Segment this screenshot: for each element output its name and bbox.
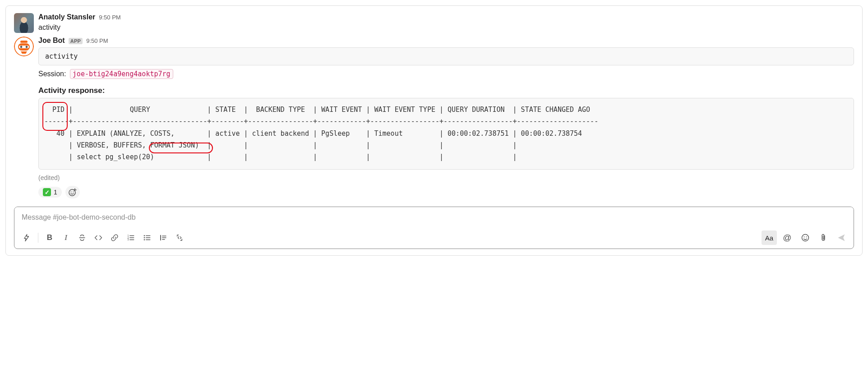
lightning-icon [23, 234, 31, 242]
session-label: Session: [38, 70, 66, 78]
code-block-button[interactable] [172, 230, 187, 245]
emoji-button[interactable] [798, 230, 813, 245]
author-name[interactable]: Anatoly Stansler [38, 13, 95, 21]
formatting-toggle-button[interactable]: Aa [762, 230, 777, 245]
svg-rect-5 [20, 41, 28, 43]
code-block-icon [175, 234, 184, 242]
code-icon [94, 234, 103, 242]
add-reaction-button[interactable] [65, 186, 80, 198]
svg-point-14 [144, 239, 145, 240]
smile-icon [801, 233, 810, 242]
shortcuts-button[interactable] [19, 230, 34, 245]
blockquote-icon [159, 234, 167, 242]
svg-point-8 [73, 192, 74, 193]
ordered-list-icon: 123 [127, 234, 135, 242]
reaction-count: 1 [54, 189, 57, 196]
svg-point-4 [26, 46, 28, 48]
svg-point-12 [144, 235, 145, 236]
code-button[interactable] [91, 230, 106, 245]
reaction-check[interactable]: ✓ 1 [38, 187, 62, 198]
toolbar-separator [38, 233, 38, 243]
avatar-bot[interactable] [14, 37, 34, 56]
session-token[interactable]: joe-btig24a9eng4aoktp7rg [70, 69, 173, 79]
code-block-activity: activity [38, 47, 854, 65]
message-user: Anatoly Stansler 9:50 PM activity [14, 13, 854, 33]
bullet-list-button[interactable] [139, 230, 155, 245]
link-button[interactable] [107, 230, 122, 245]
session-row: Session: joe-btig24a9eng4aoktp7rg [38, 70, 854, 78]
svg-point-15 [802, 235, 809, 241]
svg-text:3: 3 [128, 238, 129, 241]
activity-table: PID | QUERY | STATE | BACKEND TYPE | WAI… [38, 98, 854, 170]
bot-icon [14, 37, 34, 56]
ordered-list-button[interactable]: 123 [123, 230, 139, 245]
message-text: activity [38, 22, 854, 33]
author-name-bot[interactable]: Joe Bot [38, 37, 65, 45]
composer-toolbar: B I 123 [14, 228, 854, 249]
avatar-user[interactable] [14, 13, 34, 33]
bold-button[interactable]: B [42, 230, 57, 245]
strikethrough-button[interactable] [74, 230, 90, 245]
message-bot: Joe Bot APP 9:50 PM activity Session: jo… [14, 37, 854, 198]
paperclip-icon [819, 233, 827, 242]
italic-button[interactable]: I [58, 230, 74, 245]
reactions-row: ✓ 1 [38, 186, 854, 198]
mention-button[interactable]: @ [780, 230, 795, 245]
send-icon [837, 233, 846, 242]
bullet-list-icon [143, 234, 151, 242]
blockquote-button[interactable] [156, 230, 171, 245]
message-composer: B I 123 [14, 207, 854, 249]
section-title: Activity response: [38, 86, 854, 95]
link-icon [111, 234, 119, 242]
svg-point-6 [69, 189, 75, 196]
message-timestamp-bot[interactable]: 9:50 PM [86, 37, 108, 44]
svg-point-13 [144, 237, 145, 239]
strikethrough-icon [78, 234, 86, 242]
svg-point-3 [20, 46, 23, 48]
slack-thread-view: Anatoly Stansler 9:50 PM activity Joe Bo… [5, 5, 863, 256]
activity-table-text: PID | QUERY | STATE | BACKEND TYPE | WAI… [44, 106, 598, 161]
edited-label: (edited) [38, 174, 854, 181]
attach-button[interactable] [816, 230, 831, 245]
check-emoji-icon: ✓ [43, 188, 51, 196]
app-badge: APP [69, 38, 83, 44]
svg-point-17 [806, 237, 807, 238]
svg-point-16 [804, 237, 805, 238]
composer-input[interactable] [14, 207, 854, 228]
add-reaction-icon [68, 188, 77, 197]
message-timestamp[interactable]: 9:50 PM [99, 14, 120, 21]
svg-point-7 [70, 192, 71, 193]
send-button[interactable] [834, 230, 849, 245]
